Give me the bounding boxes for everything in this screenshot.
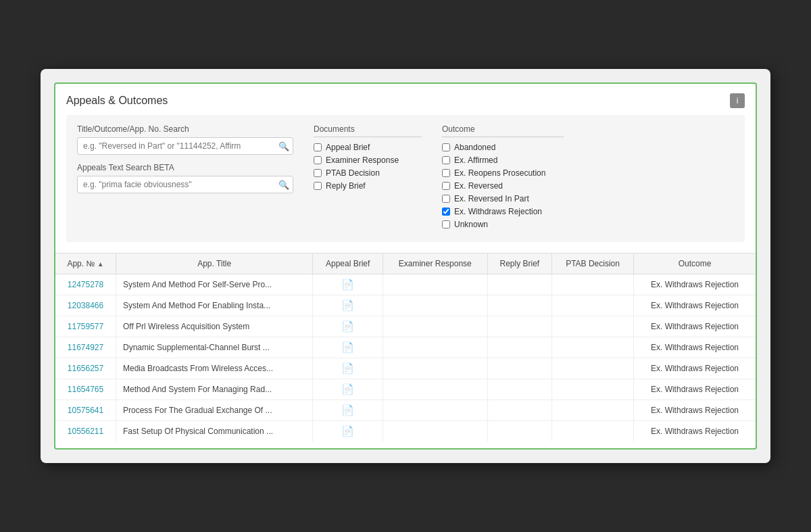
cell-app-no[interactable]: 12038466 xyxy=(55,295,116,316)
cell-reply-brief xyxy=(487,379,552,400)
app-no-link[interactable]: 10556211 xyxy=(68,427,103,436)
doc-checkbox-reply_brief[interactable] xyxy=(314,182,322,190)
info-button[interactable]: i xyxy=(730,93,745,108)
doc-checkbox-appeal_brief[interactable] xyxy=(314,143,322,151)
doc-checkbox-item-ptab_decision: PTAB Decision xyxy=(314,168,422,178)
outcome-label-ex_reversed: Ex. Reversed xyxy=(454,181,503,191)
cell-examiner-response xyxy=(383,295,487,316)
app-no-link[interactable]: 10575641 xyxy=(68,406,103,415)
title-search-label: Title/Outcome/App. No. Search xyxy=(77,124,293,134)
cell-ptab-decision xyxy=(552,379,634,400)
outcome-section: Outcome AbandonedEx. AffirmedEx. Reopens… xyxy=(442,124,564,233)
text-search-wrap: 🔍 xyxy=(77,176,293,193)
col-reply-brief[interactable]: Reply Brief xyxy=(487,253,552,274)
outcome-checkbox-item-ex_reversed_part: Ex. Reversed In Part xyxy=(442,194,564,203)
col-app-title[interactable]: App. Title xyxy=(116,253,312,274)
col-ptab-decision[interactable]: PTAB Decision xyxy=(552,253,634,274)
cell-examiner-response xyxy=(383,337,487,358)
cell-ptab-decision xyxy=(552,274,634,295)
cell-app-no[interactable]: 11674927 xyxy=(55,337,116,358)
outcome-checkbox-ex_withdraws[interactable] xyxy=(442,208,450,216)
title-search-button[interactable]: 🔍 xyxy=(278,141,289,151)
outcome-checkbox-item-ex_reopens: Ex. Reopens Prosecution xyxy=(442,168,564,178)
cell-outcome: Ex. Withdraws Rejection xyxy=(633,400,756,421)
outcome-checkbox-ex_affirmed[interactable] xyxy=(442,156,450,164)
cell-reply-brief xyxy=(487,295,552,316)
doc-label-examiner_response: Examiner Response xyxy=(326,155,399,165)
table-row: 11654765Method And System For Managing R… xyxy=(55,379,756,400)
outcome-checkbox-ex_reversed_part[interactable] xyxy=(442,195,450,203)
cell-reply-brief xyxy=(487,316,552,337)
outcome-checkbox-ex_reopens[interactable] xyxy=(442,169,450,177)
cell-app-no[interactable]: 12475278 xyxy=(55,274,116,295)
cell-app-no[interactable]: 11654765 xyxy=(55,379,116,400)
outcome-checkbox-unknown[interactable] xyxy=(442,220,450,228)
sort-arrow-icon: ▲ xyxy=(97,260,104,268)
search-section: Title/Outcome/App. No. Search 🔍 Appeals … xyxy=(66,115,745,242)
cell-ptab-decision xyxy=(552,421,634,442)
cell-outcome: Ex. Withdraws Rejection xyxy=(633,337,756,358)
doc-checkbox-examiner_response[interactable] xyxy=(314,156,322,164)
cell-reply-brief xyxy=(487,358,552,379)
pdf-icon[interactable]: 📄 xyxy=(341,362,354,374)
cell-outcome: Ex. Withdraws Rejection xyxy=(633,274,756,295)
doc-checkbox-item-examiner_response: Examiner Response xyxy=(314,155,422,165)
cell-appeal-brief: 📄 xyxy=(313,295,383,316)
pdf-icon[interactable]: 📄 xyxy=(341,341,354,353)
cell-examiner-response xyxy=(383,274,487,295)
doc-checkbox-ptab_decision[interactable] xyxy=(314,169,322,177)
outcome-checkbox-ex_reversed[interactable] xyxy=(442,182,450,190)
cell-ptab-decision xyxy=(552,400,634,421)
doc-label-ptab_decision: PTAB Decision xyxy=(326,168,380,178)
cell-ptab-decision xyxy=(552,316,634,337)
pdf-icon[interactable]: 📄 xyxy=(341,299,354,311)
cell-outcome: Ex. Withdraws Rejection xyxy=(633,379,756,400)
cell-app-no[interactable]: 11759577 xyxy=(55,316,116,337)
text-search-button[interactable]: 🔍 xyxy=(278,180,289,190)
col-outcome[interactable]: Outcome xyxy=(633,253,756,274)
app-no-link[interactable]: 11759577 xyxy=(68,322,103,331)
doc-icon[interactable]: 📄 xyxy=(341,425,354,437)
title-search-input[interactable] xyxy=(77,137,293,155)
col-appeal-brief[interactable]: Appeal Brief xyxy=(313,253,383,274)
cell-app-title: Media Broadcasts From Wireless Acces... xyxy=(116,358,312,379)
app-no-link[interactable]: 12038466 xyxy=(68,301,103,310)
doc-icon[interactable]: 📄 xyxy=(341,383,354,395)
outcome-checkbox-abandoned[interactable] xyxy=(442,143,450,151)
panel-title: Appeals & Outcomes xyxy=(66,95,168,107)
cell-appeal-brief: 📄 xyxy=(313,316,383,337)
app-no-link[interactable]: 11656257 xyxy=(68,364,103,373)
table-row: 11656257Media Broadcasts From Wireless A… xyxy=(55,358,756,379)
results-table: App. № ▲ App. Title Appeal Brief Examine… xyxy=(55,253,756,441)
cell-app-title: Dynamic Supplemental-Channel Burst ... xyxy=(116,337,312,358)
outcome-checkbox-item-ex_affirmed: Ex. Affirmed xyxy=(442,155,564,165)
col-app-no[interactable]: App. № ▲ xyxy=(55,253,116,274)
search-left: Title/Outcome/App. No. Search 🔍 Appeals … xyxy=(77,124,293,201)
text-search-input[interactable] xyxy=(77,176,293,193)
appeals-panel: Appeals & Outcomes i Title/Outcome/App. … xyxy=(54,82,757,450)
table-body: 12475278System And Method For Self-Serve… xyxy=(55,274,756,442)
cell-app-no[interactable]: 10556211 xyxy=(55,421,116,442)
col-examiner-response[interactable]: Examiner Response xyxy=(383,253,487,274)
outcome-checkboxes: AbandonedEx. AffirmedEx. Reopens Prosecu… xyxy=(442,143,564,229)
outcome-label-abandoned: Abandoned xyxy=(454,143,495,152)
app-no-link[interactable]: 11674927 xyxy=(68,343,103,352)
doc-icon[interactable]: 📄 xyxy=(341,404,354,416)
cell-app-title: Method And System For Managing Rad... xyxy=(116,379,312,400)
app-no-link[interactable]: 12475278 xyxy=(68,280,103,289)
cell-app-no[interactable]: 11656257 xyxy=(55,358,116,379)
table-row: 12038466System And Method For Enabling I… xyxy=(55,295,756,316)
cell-appeal-brief: 📄 xyxy=(313,358,383,379)
app-no-link[interactable]: 11654765 xyxy=(68,385,103,394)
doc-checkbox-item-reply_brief: Reply Brief xyxy=(314,181,422,191)
pdf-icon[interactable]: 📄 xyxy=(341,320,354,332)
cell-reply-brief xyxy=(487,337,552,358)
cell-outcome: Ex. Withdraws Rejection xyxy=(633,421,756,442)
cell-appeal-brief: 📄 xyxy=(313,274,383,295)
outcome-checkbox-item-abandoned: Abandoned xyxy=(442,143,564,152)
cell-app-no[interactable]: 10575641 xyxy=(55,400,116,421)
cell-appeal-brief: 📄 xyxy=(313,421,383,442)
pdf-icon[interactable]: 📄 xyxy=(341,279,354,290)
documents-checkboxes: Appeal BriefExaminer ResponsePTAB Decisi… xyxy=(314,143,422,191)
outcome-label: Outcome xyxy=(442,124,564,137)
